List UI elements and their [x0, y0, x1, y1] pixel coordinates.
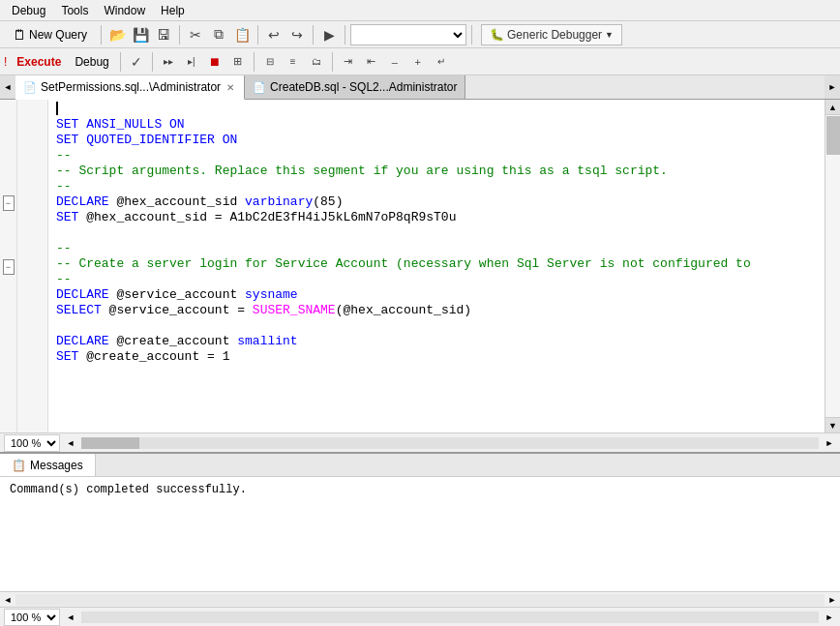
- tabs-scroll-left[interactable]: ◄: [0, 75, 15, 99]
- scroll-thumb[interactable]: [826, 116, 840, 155]
- scroll-right-arrow[interactable]: ►: [823, 436, 836, 450]
- code-line-14[interactable]: SELECT @service_account = SUSER_SNAME(@h…: [56, 303, 817, 318]
- comment-button[interactable]: –: [384, 51, 405, 73]
- outdent-button[interactable]: ⇤: [361, 51, 382, 73]
- messages-zoom-bar: 100 % ◄ ►: [0, 607, 840, 626]
- code-line-1[interactable]: [56, 102, 817, 117]
- tabs-scroll-right[interactable]: ►: [825, 75, 840, 99]
- scroll-up-btn[interactable]: ▲: [825, 100, 840, 115]
- messages-zoom-select[interactable]: 100 %: [4, 609, 60, 626]
- uncomment-button[interactable]: +: [407, 51, 429, 73]
- code-line-4[interactable]: --: [56, 148, 817, 164]
- line-numbers: [17, 100, 48, 432]
- execute-query-small-button[interactable]: ▶: [318, 24, 340, 45]
- t2-sep4: [332, 52, 333, 72]
- text-button[interactable]: ≡: [283, 51, 304, 73]
- menu-window[interactable]: Window: [96, 2, 153, 19]
- code-line-15[interactable]: [56, 318, 817, 334]
- marker-13: [0, 291, 16, 307]
- execute-button[interactable]: Execute: [11, 53, 67, 71]
- marker-2: [0, 117, 16, 133]
- database-selector[interactable]: [350, 24, 466, 45]
- stop-button[interactable]: ■: [204, 51, 225, 73]
- messages-text: Command(s) completed successfully.: [10, 483, 247, 496]
- debug-button[interactable]: Debug: [69, 53, 114, 71]
- paste-button[interactable]: 📋: [231, 24, 253, 45]
- collapse-btn-1[interactable]: −: [3, 195, 15, 211]
- scroll-right-icon: ►: [828, 82, 837, 92]
- code-line-13[interactable]: DECLARE @service_account sysname: [56, 287, 817, 303]
- redo-button[interactable]: ↪: [286, 24, 308, 45]
- code-editor[interactable]: SET ANSI_NULLS ONSET QUOTED_IDENTIFIER O…: [48, 100, 825, 432]
- main-content: − − SET ANSI_NULLS ONSET QUOTED_IDENTIFI…: [0, 100, 840, 626]
- menu-debug[interactable]: Debug: [4, 2, 53, 19]
- messages-tab[interactable]: 📋 Messages: [0, 454, 96, 476]
- save-button[interactable]: 💾: [130, 24, 151, 45]
- messages-tab-icon: 📋: [12, 459, 26, 472]
- copy-button[interactable]: ⧉: [208, 24, 229, 45]
- code-line-3[interactable]: SET QUOTED_IDENTIFIER ON: [56, 133, 817, 148]
- tab-setpermissions-close[interactable]: ✕: [225, 81, 236, 94]
- marker-17: [0, 353, 16, 369]
- scroll-down-btn[interactable]: ▼: [825, 417, 840, 432]
- code-line-8[interactable]: SET @hex_account_sid = A1bC2dE3fH4iJ5kL6…: [56, 210, 817, 225]
- msg-h-scroll-left[interactable]: ◄: [64, 611, 77, 624]
- code-line-9[interactable]: [56, 225, 817, 241]
- code-line-7[interactable]: DECLARE @hex_account_sid varbinary(85): [56, 194, 817, 210]
- msg-scroll-left[interactable]: ◄: [0, 592, 15, 608]
- marker-6: [0, 179, 16, 194]
- code-line-2[interactable]: SET ANSI_NULLS ON: [56, 117, 817, 133]
- messages-tab-label: Messages: [30, 459, 83, 472]
- menu-tools[interactable]: Tools: [53, 2, 96, 19]
- msg-h-scroll-track: [81, 611, 819, 623]
- wordwrap-button[interactable]: ↵: [431, 51, 452, 73]
- right-scrollbar: ▲ ▼: [825, 100, 840, 432]
- open-file-button[interactable]: 📂: [106, 24, 128, 45]
- toolbar2: ! Execute Debug ✓ ▸▸ ▸| ■ ⊞ ⊟ ≡ 🗂 ⇥ ⇤ – …: [0, 48, 840, 75]
- menu-help[interactable]: Help: [153, 2, 193, 19]
- tab-setpermissions[interactable]: 📄 SetPermissions.sql...\Administrator ✕: [15, 75, 245, 100]
- results-button[interactable]: ⊞: [227, 51, 249, 73]
- t2-sep1: [120, 52, 121, 72]
- tab-setpermissions-label: SetPermissions.sql...\Administrator: [41, 80, 221, 94]
- code-line-6[interactable]: --: [56, 179, 817, 194]
- messages-panel: 📋 Messages Command(s) completed successf…: [0, 452, 840, 626]
- code-line-12[interactable]: --: [56, 272, 817, 287]
- tab-createdb[interactable]: 📄 CreateDB.sql - SQL2...Administrator: [245, 75, 465, 99]
- undo-button[interactable]: ↩: [263, 24, 285, 45]
- t2-sep2: [152, 52, 153, 72]
- scroll-left-icon: ◄: [4, 82, 13, 92]
- code-line-5[interactable]: -- Script arguments. Replace this segmen…: [56, 164, 817, 179]
- step-button[interactable]: ▸|: [181, 51, 202, 73]
- check-syntax-button[interactable]: ✓: [126, 51, 147, 73]
- new-query-button[interactable]: 🗒 New Query: [4, 24, 96, 45]
- file-button[interactable]: 🗂: [306, 51, 327, 73]
- h-scroll-thumb[interactable]: [81, 437, 139, 449]
- marker-3: [0, 133, 16, 148]
- marker-15: [0, 322, 16, 338]
- execute-icon: !: [4, 55, 7, 69]
- tab-createdb-icon: 📄: [253, 81, 266, 94]
- code-line-16[interactable]: DECLARE @create_account smallint: [56, 334, 817, 349]
- separator2: [179, 25, 180, 45]
- marker-1: [0, 102, 16, 117]
- marker-16: [0, 338, 16, 353]
- grid-button[interactable]: ⊟: [259, 51, 281, 73]
- code-line-11[interactable]: -- Create a server login for Service Acc…: [56, 256, 817, 272]
- cut-button[interactable]: ✂: [185, 24, 206, 45]
- collapse-btn-2[interactable]: −: [3, 259, 15, 275]
- messages-scrollbar: ◄ ►: [0, 591, 840, 607]
- indent-button[interactable]: ⇥: [338, 51, 359, 73]
- msg-h-scroll-right[interactable]: ►: [823, 611, 836, 624]
- scroll-left-arrow[interactable]: ◄: [64, 436, 77, 450]
- save-all-button[interactable]: 🖫: [153, 24, 174, 45]
- zoom-select[interactable]: 100 %: [4, 434, 60, 452]
- code-line-17[interactable]: SET @create_account = 1: [56, 349, 817, 365]
- code-line-10[interactable]: --: [56, 241, 817, 256]
- separator4: [313, 25, 314, 45]
- msg-scroll-right[interactable]: ►: [825, 592, 840, 608]
- marker-10: [0, 243, 16, 258]
- parse-button[interactable]: ▸▸: [158, 51, 179, 73]
- debugger-icon: 🐛: [490, 28, 504, 42]
- debugger-dropdown-icon[interactable]: ▼: [605, 30, 614, 40]
